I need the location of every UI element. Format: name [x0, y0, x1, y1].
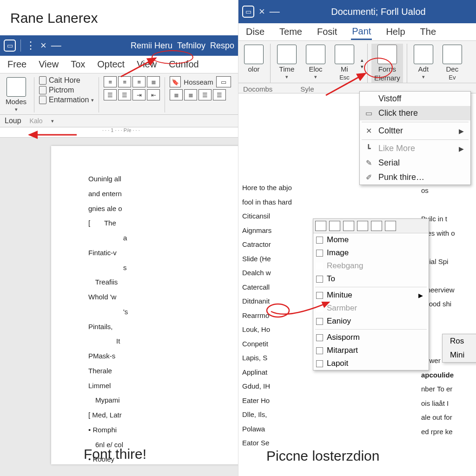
sb-icon-5[interactable]: [371, 221, 382, 231]
more-icon[interactable]: ⋮: [26, 40, 36, 52]
tab-teme[interactable]: Teme: [278, 25, 303, 39]
sub-mome[interactable]: Mome: [313, 233, 429, 246]
sub-reebgang[interactable]: Reebgang: [313, 259, 429, 272]
menu-vistoff[interactable]: Vistoff: [360, 92, 470, 106]
page-area-left: Ouninlg all and entern gnies ale o [ The…: [0, 138, 238, 476]
list2-icon[interactable]: ☰: [118, 89, 131, 100]
app-icon: ▭: [242, 6, 254, 18]
tab-dise[interactable]: Dise: [245, 25, 265, 39]
align-right-icon[interactable]: ≡: [132, 76, 145, 87]
tools-icon: ✕: [364, 126, 374, 136]
menu-punk-thire[interactable]: ✐Punk thire…: [360, 170, 470, 185]
sb-icon-3[interactable]: [343, 221, 354, 231]
dropdown-menu: Vistoff ▭Click there ✕Coltter▶ ┗Like Mor…: [359, 91, 471, 185]
olor-button[interactable]: olor: [241, 44, 266, 83]
field-icon[interactable]: ▭: [216, 76, 231, 87]
indent-icon[interactable]: ⇥: [132, 89, 145, 100]
hosseam-label: Hosseam: [184, 78, 213, 86]
entarmation-item[interactable]: Entarmation ▾: [39, 96, 94, 104]
dec-button[interactable]: DecEv: [440, 44, 465, 83]
tag-icon[interactable]: 🔖: [170, 76, 181, 87]
submenu-toolbar: [313, 219, 429, 233]
tab-tox[interactable]: Tox: [70, 57, 86, 72]
ruler: · · · 1 · · · P/e · · ·: [0, 127, 238, 138]
align-center-icon[interactable]: ≡: [118, 76, 131, 87]
submenu: Mome Image Reebgang To Minitue▶ Sarmber …: [313, 218, 429, 370]
fly-ros[interactable]: Ros: [443, 334, 476, 348]
align-justify-icon[interactable]: ≣: [147, 76, 160, 87]
sub-sarmber[interactable]: Sarmber: [313, 302, 429, 315]
adt-button[interactable]: Adt▾: [411, 44, 436, 83]
sub-asisporm[interactable]: Asisporm: [313, 331, 429, 344]
tab-cunfod[interactable]: Cunfod: [168, 57, 200, 72]
pictrom-item[interactable]: Pictrom: [39, 86, 94, 94]
sb-icon-2[interactable]: [329, 221, 340, 231]
folder-icon: [377, 45, 397, 64]
forns-elernary-button[interactable]: Forns Elernary: [371, 44, 403, 83]
loup-label[interactable]: Loup: [5, 117, 21, 125]
eloc-button[interactable]: Eloc▾: [303, 44, 328, 83]
list-icon[interactable]: ☰: [104, 89, 117, 100]
menu-coltter[interactable]: ✕Coltter▶: [360, 124, 470, 138]
tab-pant[interactable]: Pant: [351, 24, 372, 40]
document-page: Ouninlg all and entern gnies ale o [ The…: [51, 146, 238, 464]
kalo-label[interactable]: Kalo: [30, 117, 43, 125]
b3-icon[interactable]: ☰: [198, 89, 212, 100]
edit-icon: ✐: [364, 173, 374, 182]
tab-fosit[interactable]: Fosit: [316, 25, 338, 39]
sub-to[interactable]: To: [313, 272, 429, 285]
menu-serial[interactable]: ✎Serial: [360, 156, 470, 170]
ribbon-left: Modes ▾ Cait Hore Pictrom Entarmation ▾ …: [0, 73, 238, 115]
modes-button[interactable]: Modes ▾: [3, 76, 29, 113]
sub-mitarpart[interactable]: Mitarpart: [313, 344, 429, 357]
title-text-2: Tefniloy: [177, 41, 205, 51]
fly-mini[interactable]: Mini: [443, 348, 476, 362]
tab-the[interactable]: The: [419, 25, 437, 39]
time-button[interactable]: Time▾: [274, 44, 299, 83]
align-row-1: ≡ ≡ ≡ ≣: [104, 76, 160, 87]
b1-icon[interactable]: ≣: [170, 89, 183, 100]
tab-help[interactable]: Help: [385, 25, 406, 39]
tab-view[interactable]: View: [38, 57, 60, 72]
sub-lapoit[interactable]: Lapoit: [313, 357, 429, 370]
align-left-icon[interactable]: ≡: [104, 76, 117, 87]
sub-minitue[interactable]: Minitue▶: [313, 289, 429, 302]
tab-view2[interactable]: View: [136, 57, 158, 72]
sb-icon-6[interactable]: [385, 221, 396, 231]
tab-optect[interactable]: Optect: [96, 57, 126, 72]
page-icon: [39, 76, 46, 85]
menu-click-there[interactable]: ▭Click there: [360, 106, 470, 120]
sb-icon-4[interactable]: [357, 221, 368, 231]
left-screenshot: Rane Lanerex ▭ ⋮ × — Remii Heru Tefniloy…: [0, 0, 238, 476]
mi-esc-button[interactable]: MiEsc: [332, 44, 357, 83]
b4-icon[interactable]: ☰: [213, 89, 226, 100]
page-icon: ▭: [364, 109, 374, 118]
titlebar-right: ▭ × — Documenti; Forll Ualod: [238, 0, 476, 23]
ribbon-right: olor Time▾ Eloc▾ MiEsc ▴▾ Forns Elernary…: [238, 41, 476, 83]
close-icon[interactable]: ×: [40, 40, 46, 52]
cait-hore-item[interactable]: Cait Hore: [39, 76, 94, 85]
wand-icon: ✎: [364, 159, 374, 168]
ruler-icon: ┗: [364, 144, 374, 153]
b2-icon[interactable]: ≣: [184, 89, 197, 100]
loup-row: Loup Kalo ▾: [0, 115, 238, 127]
sb-icon-1[interactable]: [315, 221, 326, 231]
outdent-icon[interactable]: ⇤: [147, 89, 160, 100]
tab-bar-left: Free View Tox Optect View Cunfod: [0, 56, 238, 73]
menu-like-more[interactable]: ┗Like More▶: [360, 141, 470, 156]
right-screenshot: ▭ × — Documenti; Forll Ualod Dise Teme F…: [238, 0, 476, 476]
sub-eanioy[interactable]: Eanioy: [313, 315, 429, 328]
title-text: Documenti; Forll Ualod: [284, 7, 472, 17]
tab-bar-right: Dise Teme Fosit Pant Help The: [238, 23, 476, 41]
title-text-3: Respo: [210, 41, 234, 51]
minimize-icon[interactable]: —: [51, 40, 61, 52]
right-bottom-caption: Piccne losterzdion: [266, 448, 379, 464]
tab-free[interactable]: Free: [7, 57, 27, 72]
title-text-1: Remii Heru: [131, 41, 172, 51]
ribbon-list: Cait Hore Pictrom Entarmation ▾: [39, 76, 94, 113]
sub-image[interactable]: Image: [313, 246, 429, 259]
close-icon[interactable]: ×: [259, 6, 265, 18]
app-icon: ▭: [4, 40, 16, 52]
minimize-icon[interactable]: —: [270, 6, 280, 18]
page-icon: [39, 96, 46, 104]
